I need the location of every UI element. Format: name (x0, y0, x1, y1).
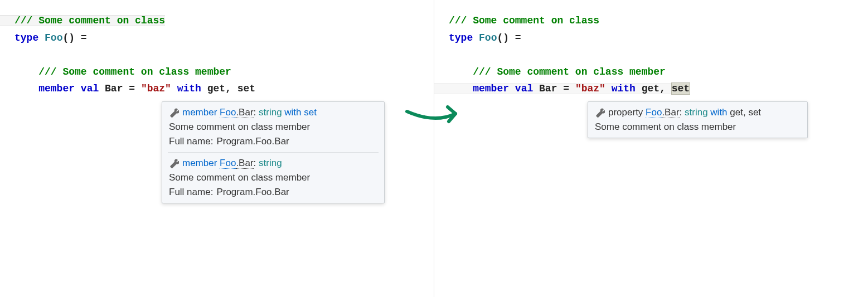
tooltip-fullname: Full name: Program.Foo.Bar (162, 134, 384, 149)
code-line: /// Some comment on class (449, 15, 599, 26)
comma: , (225, 83, 237, 94)
ident-bar: Bar (539, 83, 557, 94)
keyword-type: type (14, 32, 38, 43)
tooltip-after: property Foo.Bar: string with get, set S… (588, 101, 808, 138)
ident-get: get (642, 83, 660, 94)
after-panel: /// Some comment on class type Foo() = /… (434, 0, 868, 297)
code-editor-right[interactable]: /// Some comment on class type Foo() = /… (449, 12, 868, 98)
ident-bar: Bar (105, 83, 123, 94)
tooltip-signature-row: property Foo.Bar: string with get, set (588, 105, 807, 120)
tooltip-signature: property Foo.Bar: string with get, set (608, 107, 761, 118)
equals: = (557, 83, 575, 94)
before-panel: /// Some comment on class type Foo() = /… (0, 0, 434, 297)
keyword-member: member (38, 83, 75, 94)
wrench-icon (169, 158, 179, 168)
parens-eq: () = (497, 32, 521, 43)
string-literal: "baz" (575, 83, 605, 94)
comment: /// Some comment on class member (38, 66, 231, 77)
comment: /// Some comment on class (14, 15, 165, 26)
keyword-with: with (612, 83, 636, 94)
wrench-icon (169, 108, 179, 118)
type-name: Foo (479, 32, 497, 43)
tooltip-signature-row: member Foo.Bar: string (162, 156, 384, 171)
type-name: Foo (45, 32, 62, 43)
comment: /// Some comment on class (449, 15, 599, 26)
tooltip-separator (168, 152, 379, 153)
code-line-highlighted: member val Bar = "baz" with get, set (449, 83, 690, 94)
code-editor-left[interactable]: /// Some comment on class type Foo() = /… (14, 12, 434, 98)
code-line: /// Some comment on class member (14, 66, 231, 77)
keyword-with: with (177, 83, 201, 94)
comma: , (660, 83, 672, 94)
tooltip-signature: member Foo.Bar: string with set (182, 107, 317, 118)
tooltip-description: Some comment on class member (588, 120, 807, 134)
keyword-val: val (515, 83, 533, 94)
tooltip-fullname: Full name: Program.Foo.Bar (162, 185, 384, 199)
tooltip-signature: member Foo.Bar: string (182, 158, 282, 169)
code-line: /// Some comment on class (14, 15, 165, 26)
tooltip-description: Some comment on class member (162, 171, 384, 185)
parens-eq: () = (62, 32, 86, 43)
code-line: type Foo() = (449, 32, 521, 43)
code-line: /// Some comment on class member (449, 66, 666, 77)
keyword-type: type (449, 32, 473, 43)
code-line: member val Bar = "baz" with get, set (14, 83, 255, 94)
equals: = (123, 83, 140, 94)
ident-set: set (237, 83, 255, 94)
tooltip-description: Some comment on class member (162, 120, 384, 134)
wrench-icon (595, 108, 605, 118)
string-literal: "baz" (141, 83, 171, 94)
code-line: type Foo() = (14, 32, 87, 43)
comment: /// Some comment on class member (473, 66, 666, 77)
keyword-val: val (81, 83, 99, 94)
ident-set-selected: set (672, 83, 690, 94)
keyword-member: member (473, 83, 509, 94)
ident-get: get (207, 83, 225, 94)
tooltip-signature-row: member Foo.Bar: string with set (162, 105, 384, 120)
tooltip-before: member Foo.Bar: string with set Some com… (162, 101, 385, 203)
